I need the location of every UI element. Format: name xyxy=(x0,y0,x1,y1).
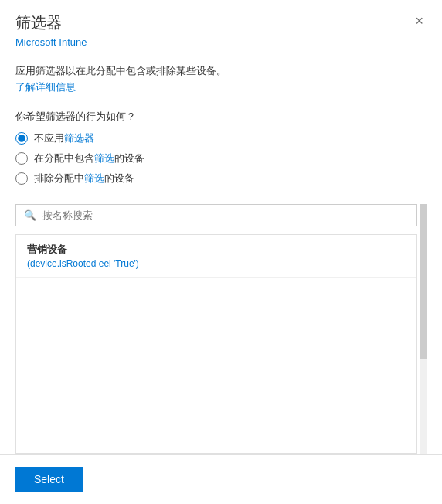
search-input[interactable] xyxy=(42,209,409,221)
dialog-header: 筛选器 Microsoft Intune × xyxy=(0,0,442,48)
radio-option-3[interactable]: 排除分配中筛选的设备 xyxy=(15,172,427,186)
scrollbar-thumb xyxy=(420,204,427,359)
radio-section: 你希望筛选器的行为如何？ 不应用筛选器 在分配中包含筛选的设备 排除分配中筛选的… xyxy=(15,110,427,192)
radio-input-1[interactable] xyxy=(15,132,28,145)
filter-list: 营销设备 (device.isRooted eel 'True') xyxy=(15,234,417,455)
radio-input-3[interactable] xyxy=(15,172,28,185)
filter-dialog: 筛选器 Microsoft Intune × 应用筛选器以在此分配中包含或排除某… xyxy=(0,0,442,504)
radio-label-2: 在分配中包含筛选的设备 xyxy=(34,152,144,165)
dialog-body: 应用筛选器以在此分配中包含或排除某些设备。 了解详细信息 你希望筛选器的行为如何… xyxy=(0,48,442,454)
learn-more-link[interactable]: 了解详细信息 xyxy=(15,80,427,94)
description-section: 应用筛选器以在此分配中包含或排除某些设备。 了解详细信息 xyxy=(15,63,427,94)
filter-item[interactable]: 营销设备 (device.isRooted eel 'True') xyxy=(16,235,416,278)
filter-item-desc: (device.isRooted eel 'True') xyxy=(27,258,406,269)
radio-question: 你希望筛选器的行为如何？ xyxy=(15,110,427,124)
filter-item-name: 营销设备 xyxy=(27,243,406,257)
radio-option-1[interactable]: 不应用筛选器 xyxy=(15,131,427,145)
description-text: 应用筛选器以在此分配中包含或排除某些设备。 xyxy=(15,63,427,79)
content-area: 🔍 营销设备 (device.isRooted eel 'True') xyxy=(15,204,427,455)
close-button[interactable]: × xyxy=(409,11,430,31)
dialog-subtitle: Microsoft Intune xyxy=(15,36,427,48)
search-box[interactable]: 🔍 xyxy=(15,204,417,226)
radio-label-1: 不应用筛选器 xyxy=(34,131,94,145)
radio-option-2[interactable]: 在分配中包含筛选的设备 xyxy=(15,152,427,165)
select-button[interactable]: Select xyxy=(15,467,83,492)
dialog-footer: Select xyxy=(0,454,442,504)
radio-label-3: 排除分配中筛选的设备 xyxy=(34,172,134,186)
scrollbar-track[interactable] xyxy=(420,204,427,455)
dialog-title: 筛选器 xyxy=(15,12,427,33)
search-icon: 🔍 xyxy=(24,209,36,221)
main-content: 🔍 营销设备 (device.isRooted eel 'True') xyxy=(15,204,420,455)
radio-input-2[interactable] xyxy=(15,152,28,165)
